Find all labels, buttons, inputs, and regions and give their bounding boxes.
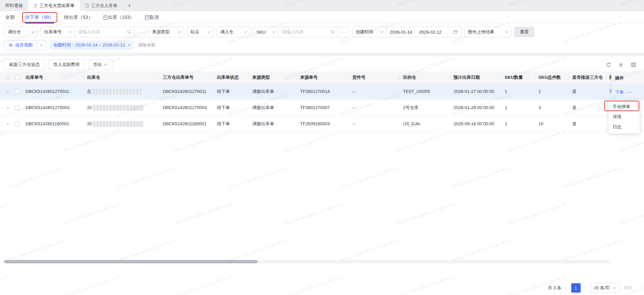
horizontal-scrollbar[interactable] (3, 260, 610, 263)
page-size-label: 20 条/页 (594, 285, 610, 291)
row-checkbox-cell (12, 122, 22, 126)
menu-item-manual-bind[interactable]: 手动绑单 (609, 102, 640, 112)
tab-outbound-orders[interactable]: 三方仓大货出库单 (28, 0, 80, 11)
document-icon (34, 4, 37, 8)
save-view-button[interactable]: 保存视图 (4, 40, 37, 50)
tab-inbound-orders[interactable]: 三方仓入库单 (80, 0, 123, 11)
table-row[interactable]: +DBCK5142601270011合DBCK5142601270011待下单调… (0, 84, 644, 100)
expand-row-icon[interactable]: + (3, 105, 12, 110)
chevron-down-icon (68, 31, 72, 33)
select-all-checkbox[interactable] (15, 75, 20, 80)
expand-row-icon[interactable]: + (3, 89, 12, 94)
tab-all[interactable]: 全部 (5, 11, 15, 24)
tab-pending-outbound[interactable]: 待出库（53） (64, 11, 93, 24)
active-filter-tag: 创建时间：2026-01-14 ~ 2026-02-12 × (50, 40, 134, 50)
chevron-down-icon (178, 31, 181, 33)
more-search-options-button[interactable]: ··· (134, 27, 146, 37)
table-row[interactable]: +DBCK514260116000120DBCK5142601160001待下单… (0, 116, 644, 132)
table-row[interactable]: +DBCK514260127000320DBCK5142601270003待下单… (0, 100, 644, 116)
row-checkbox[interactable] (15, 122, 20, 126)
remove-tag-button[interactable]: × (128, 42, 130, 48)
scrollbar-thumb[interactable] (4, 260, 258, 263)
row-checkbox[interactable] (15, 89, 20, 94)
cell-sku_count: 1 (501, 105, 535, 110)
tab-cancelled[interactable]: 已取消 (145, 11, 159, 24)
cell-source_no: TF2509160003 (297, 121, 349, 126)
calendar-icon (453, 30, 458, 34)
gear-icon[interactable] (618, 62, 623, 67)
cell-status: 待下单 (213, 89, 249, 95)
expand-row-icon[interactable]: + (3, 121, 12, 126)
cell-dest: US_DJin (400, 121, 450, 126)
attachment-result-select[interactable]: 附件上传结果 (464, 27, 511, 37)
more-search-options-button[interactable]: ··· (338, 27, 349, 37)
header-expected-date: 预计出库日期 (450, 74, 501, 80)
page-size-select[interactable]: 20 条/页 (590, 283, 620, 293)
table-toolbar: 刷新三方仓状态 导入实际费用 导出 (0, 56, 644, 71)
cell-sku_count: 1 (501, 89, 535, 94)
cell-warehouse-masked: 合 (84, 89, 159, 95)
sku-keyword-input[interactable]: 请输入内容 (278, 27, 338, 37)
order-keyword-input[interactable]: 请输入内容 (75, 27, 135, 37)
chevron-down-icon (40, 44, 43, 46)
reset-button[interactable]: 重置 (514, 27, 534, 37)
cell-source_type: 调拨出库单 (249, 121, 297, 127)
chevron-down-icon (244, 31, 247, 33)
cell-dest: TEST_US005 (400, 89, 450, 94)
menu-item-details[interactable]: 详情 (609, 112, 640, 122)
site-select[interactable]: 站点 (187, 27, 214, 37)
masked-text-block (93, 105, 144, 111)
cell-date: 2026-01-29 00:00:00 (450, 105, 501, 110)
date-end-value: 2026-02-12 (419, 30, 442, 35)
menu-item-logs[interactable]: 日志 (609, 122, 640, 132)
next-page-button[interactable]: › (585, 285, 586, 291)
cell-status: 待下单 (213, 121, 249, 127)
table-body: +DBCK5142601270011合DBCK5142601270011待下单调… (0, 84, 644, 132)
row-checkbox[interactable] (15, 105, 20, 110)
order-field-select[interactable]: 出库单号 (40, 27, 75, 37)
context-menu: 手动绑单 详情 日志 (608, 100, 640, 134)
tab-outbound-done[interactable]: 已出库（153） (103, 11, 134, 24)
source-type-select[interactable]: 来源类型 (148, 27, 184, 37)
header-actions: 操作 (612, 72, 644, 84)
chevron-down-icon (207, 31, 211, 33)
date-field-select[interactable]: 创建时间 (352, 27, 386, 37)
dashboard-link[interactable]: 即时看板 (0, 3, 28, 9)
table-header: 出库单号 出库仓 三方仓出库单号 出库单状态 来源类型 来源单号 货件号 目的仓… (0, 71, 644, 84)
refresh-third-party-status-button[interactable]: 刷新三方仓状态 (4, 59, 45, 70)
select-label: 站点 (191, 29, 199, 35)
masked-text-block (93, 121, 144, 127)
order-no-filter-group: 出库单号 请输入内容 ··· (40, 27, 146, 37)
clear-all-link[interactable]: 清除全部 (138, 42, 155, 48)
cell-order_no: DBCK5142601270003 (22, 105, 84, 110)
place-order-link[interactable]: 下单 (615, 89, 624, 95)
columns-icon[interactable] (631, 62, 636, 67)
prev-page-button[interactable]: ‹ (565, 285, 567, 291)
cell-warehouse-masked: 20 (84, 105, 159, 111)
expand-all-icon[interactable] (6, 75, 10, 79)
warehouse-in-select[interactable]: 调入仓 (216, 27, 250, 37)
header-sku-total: SKU总件数 (535, 74, 569, 80)
date-range-input[interactable]: 2026-01-14 - 2026-02-12 (386, 27, 462, 37)
header-source-no: 来源单号 (297, 74, 349, 80)
more-actions-button[interactable]: ··· (627, 90, 633, 95)
save-view-dropdown-button[interactable] (37, 40, 46, 50)
refresh-icon[interactable] (606, 62, 611, 67)
header-status: 出库单状态 (213, 74, 249, 80)
export-button[interactable]: 导出 (88, 59, 112, 70)
save-view-label: 保存视图 (15, 42, 33, 48)
header-pushed: 是否推送三方仓 (569, 74, 606, 80)
chevron-down-icon (104, 64, 107, 66)
add-tab-button[interactable]: + (123, 3, 136, 9)
tab-pending-order[interactable]: 待下单（99） (25, 11, 54, 24)
warehouse-out-select[interactable]: 调出仓 (4, 27, 38, 37)
current-page[interactable]: 1 (571, 283, 581, 293)
sku-filter-group: SKU 请输入内容 ··· (253, 27, 349, 37)
cell-status: 待下单 (213, 105, 249, 111)
placeholder-text: 请输入内容 (282, 29, 304, 35)
header-order-no: 出库单号 (22, 74, 84, 80)
chevron-down-icon (272, 31, 275, 33)
import-actual-cost-button[interactable]: 导入实际费用 (48, 59, 85, 70)
select-label: 附件上传结果 (468, 29, 494, 35)
sku-field-select[interactable]: SKU (253, 27, 279, 37)
